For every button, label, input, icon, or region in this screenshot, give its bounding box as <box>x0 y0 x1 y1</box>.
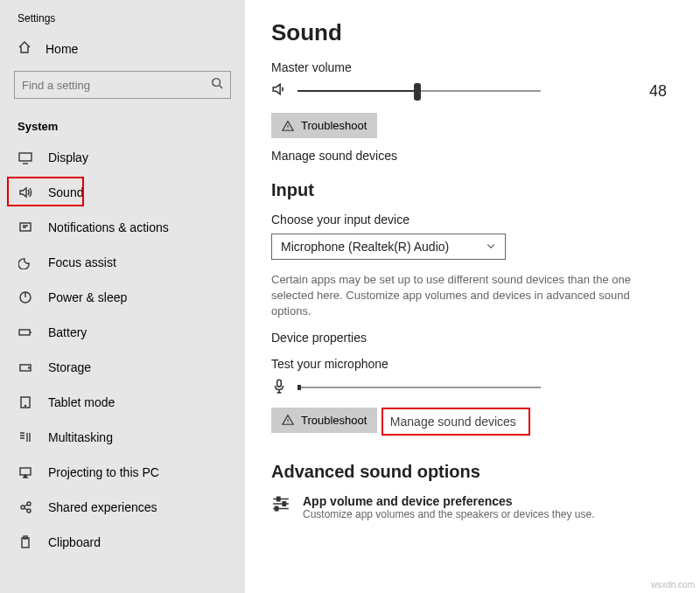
advanced-heading: Advanced sound options <box>271 462 676 482</box>
nav-label: Multitasking <box>48 430 113 444</box>
sliders-icon <box>271 494 290 517</box>
watermark: wsxdn.com <box>651 580 695 590</box>
nav-display[interactable]: Display <box>0 140 245 175</box>
btn-label: Troubleshoot <box>301 119 367 132</box>
volume-value: 48 <box>649 82 676 101</box>
svg-rect-1 <box>19 153 32 161</box>
test-mic-label: Test your microphone <box>271 357 676 371</box>
clipboard-icon <box>18 535 33 549</box>
app-volume-row[interactable]: App volume and device preferences Custom… <box>271 494 676 520</box>
notifications-icon <box>18 220 33 234</box>
manage-devices-input-link[interactable]: Manage sound devices <box>390 415 516 429</box>
main-content: Sound Master volume 48 Troubleshoot Mana… <box>245 0 700 593</box>
nav-label: Storage <box>48 360 91 374</box>
nav-tablet[interactable]: Tablet mode <box>0 385 245 420</box>
focus-icon <box>18 255 33 269</box>
input-hint: Certain apps may be set up to use differ… <box>271 272 639 320</box>
speaker-icon <box>271 81 287 101</box>
selected-device: Microphone (Realtek(R) Audio) <box>281 240 449 254</box>
nav-storage[interactable]: Storage <box>0 350 245 385</box>
choose-input-label: Choose your input device <box>271 213 676 227</box>
nav-label: Display <box>48 150 88 164</box>
nav-sound[interactable]: Sound <box>0 175 245 210</box>
window-title: Settings <box>0 0 245 31</box>
svg-rect-18 <box>275 506 277 510</box>
slider-thumb[interactable] <box>414 83 421 101</box>
highlight-box: Manage sound devices <box>382 408 530 436</box>
svg-rect-15 <box>277 380 282 387</box>
sidebar: Settings Home System Display Sound Notif… <box>0 0 245 593</box>
svg-rect-4 <box>19 330 30 335</box>
microphone-icon <box>271 378 287 397</box>
nav-label: Clipboard <box>48 535 101 549</box>
nav-label: Focus assist <box>48 255 116 269</box>
nav-clipboard[interactable]: Clipboard <box>0 525 245 560</box>
adv-title: App volume and device preferences <box>303 494 595 508</box>
nav-shared[interactable]: Shared experiences <box>0 490 245 525</box>
volume-row: 48 <box>271 81 676 101</box>
multitasking-icon <box>18 430 33 444</box>
mic-level-bar <box>298 387 541 388</box>
adv-sub: Customize app volumes and the speakers o… <box>303 508 595 520</box>
nav-notifications[interactable]: Notifications & actions <box>0 210 245 245</box>
section-label: System <box>0 113 245 140</box>
projecting-icon <box>18 465 33 479</box>
storage-icon <box>18 360 33 374</box>
manage-devices-output-link[interactable]: Manage sound devices <box>271 149 676 163</box>
home-icon <box>18 40 32 57</box>
nav-label: Power & sleep <box>48 290 127 304</box>
mic-test-row <box>271 378 676 397</box>
input-device-select[interactable]: Microphone (Realtek(R) Audio) <box>271 234 506 260</box>
tablet-icon <box>18 395 33 409</box>
nav-label: Notifications & actions <box>48 220 169 234</box>
troubleshoot-output-button[interactable]: Troubleshoot <box>271 113 377 138</box>
nav-label: Battery <box>48 325 87 339</box>
nav-focus[interactable]: Focus assist <box>0 245 245 280</box>
shared-icon <box>18 500 33 514</box>
search-field[interactable] <box>22 79 211 92</box>
nav-label: Tablet mode <box>48 395 115 409</box>
svg-point-0 <box>213 79 220 87</box>
home-nav[interactable]: Home <box>0 31 245 66</box>
svg-point-6 <box>29 367 30 368</box>
svg-point-12 <box>27 509 31 513</box>
warning-icon <box>282 120 294 132</box>
adv-text: App volume and device preferences Custom… <box>303 494 595 520</box>
svg-rect-16 <box>277 497 280 500</box>
nav-label: Shared experiences <box>48 500 158 514</box>
troubleshoot-input-button[interactable]: Troubleshoot <box>271 408 377 433</box>
page-heading: Sound <box>271 19 676 46</box>
nav-list: Display Sound Notifications & actions Fo… <box>0 140 245 560</box>
svg-rect-17 <box>283 502 285 506</box>
master-volume-label: Master volume <box>271 60 676 74</box>
battery-icon <box>18 325 33 339</box>
search-input[interactable] <box>14 71 231 99</box>
device-properties-link[interactable]: Device properties <box>271 331 676 345</box>
home-label: Home <box>46 42 78 56</box>
svg-point-8 <box>25 406 26 407</box>
svg-point-11 <box>27 502 31 506</box>
nav-projecting[interactable]: Projecting to this PC <box>0 455 245 490</box>
sound-icon <box>18 185 33 199</box>
nav-battery[interactable]: Battery <box>0 315 245 350</box>
nav-power[interactable]: Power & sleep <box>0 280 245 315</box>
nav-multitasking[interactable]: Multitasking <box>0 420 245 455</box>
svg-point-10 <box>21 506 24 509</box>
display-icon <box>18 150 33 164</box>
chevron-down-icon <box>486 240 496 254</box>
warning-icon <box>282 414 294 426</box>
nav-label: Projecting to this PC <box>48 465 159 479</box>
volume-slider[interactable] <box>298 90 541 92</box>
power-icon <box>18 290 33 304</box>
nav-label: Sound <box>48 185 83 199</box>
search-wrap <box>0 66 245 113</box>
input-heading: Input <box>271 180 676 200</box>
btn-label: Troubleshoot <box>301 414 367 427</box>
search-icon <box>211 77 223 93</box>
